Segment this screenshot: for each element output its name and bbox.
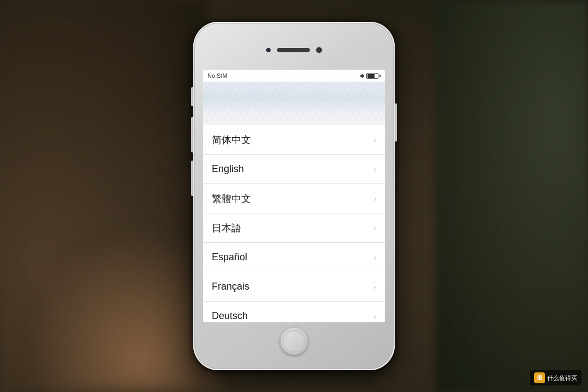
battery-body bbox=[366, 73, 378, 79]
wave-decoration bbox=[203, 82, 385, 125]
volume-down-button[interactable] bbox=[191, 161, 193, 196]
battery-fill bbox=[367, 74, 375, 78]
language-label-japanese: 日本語 bbox=[212, 222, 241, 235]
watermark-text: 什么值得买 bbox=[547, 374, 577, 382]
phone-top-area bbox=[240, 34, 348, 66]
chevron-right-icon: › bbox=[373, 312, 376, 321]
language-item-english[interactable]: English› bbox=[203, 155, 385, 184]
language-label-spanish: Español bbox=[212, 252, 247, 263]
language-item-simplified-chinese[interactable]: 简体中文› bbox=[203, 125, 385, 155]
carrier-text: No SIM bbox=[207, 72, 228, 79]
language-label-simplified-chinese: 简体中文 bbox=[212, 133, 251, 146]
phone-body: No SIM ✱ bbox=[193, 22, 395, 370]
power-button[interactable] bbox=[395, 103, 397, 142]
status-icons: ✱ bbox=[360, 73, 381, 79]
volume-up-button[interactable] bbox=[191, 117, 193, 152]
phone-screen: No SIM ✱ bbox=[203, 70, 385, 322]
phone: No SIM ✱ bbox=[193, 22, 395, 370]
proximity-sensor bbox=[316, 47, 322, 53]
status-bar: No SIM ✱ bbox=[203, 70, 385, 82]
hand-area bbox=[27, 229, 218, 392]
chevron-right-icon: › bbox=[373, 136, 376, 144]
screen-header bbox=[203, 82, 385, 125]
language-label-french: Français bbox=[212, 281, 249, 292]
language-label-german: Deutsch bbox=[212, 310, 248, 322]
mute-button[interactable] bbox=[191, 87, 193, 106]
language-label-traditional-chinese: 繁體中文 bbox=[212, 192, 251, 205]
battery-tip bbox=[379, 75, 381, 77]
chevron-right-icon: › bbox=[373, 253, 376, 262]
chevron-right-icon: › bbox=[373, 283, 376, 291]
watermark-logo: 值 bbox=[534, 372, 545, 383]
language-item-german[interactable]: Deutsch› bbox=[203, 302, 385, 322]
language-item-spanish[interactable]: Español› bbox=[203, 243, 385, 272]
home-button-inner bbox=[283, 330, 305, 352]
language-list: 简体中文›English›繁體中文›日本語›Español›Français›D… bbox=[203, 125, 385, 322]
language-item-french[interactable]: Français› bbox=[203, 272, 385, 302]
home-button[interactable] bbox=[280, 327, 308, 355]
scene: No SIM ✱ bbox=[0, 0, 588, 392]
chevron-right-icon: › bbox=[373, 165, 376, 174]
background-blur-right bbox=[436, 0, 588, 392]
speaker-grille bbox=[277, 48, 310, 52]
chevron-right-icon: › bbox=[373, 224, 376, 232]
watermark: 值 什么值得买 bbox=[530, 370, 581, 385]
bluetooth-icon: ✱ bbox=[360, 73, 364, 79]
language-label-english: English bbox=[212, 163, 244, 175]
battery-indicator bbox=[366, 73, 381, 79]
language-item-japanese[interactable]: 日本語› bbox=[203, 213, 385, 243]
language-item-traditional-chinese[interactable]: 繁體中文› bbox=[203, 184, 385, 213]
chevron-right-icon: › bbox=[373, 194, 376, 203]
front-camera bbox=[266, 48, 271, 52]
